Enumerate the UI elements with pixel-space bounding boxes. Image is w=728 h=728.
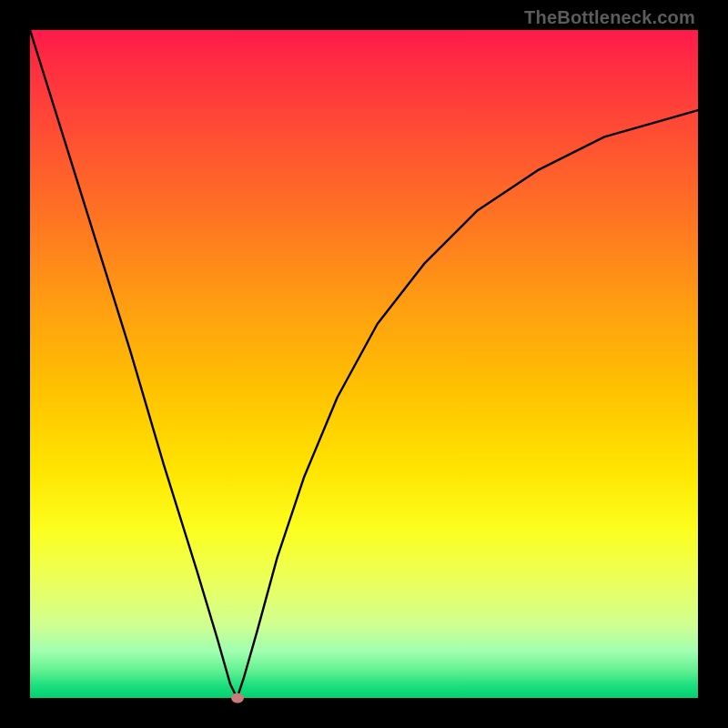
watermark: TheBottleneck.com — [524, 7, 695, 28]
chart-container: TheBottleneck.com — [0, 0, 728, 728]
plot-area — [30, 30, 698, 698]
minimum-marker — [231, 693, 244, 703]
bottleneck-curve — [30, 30, 698, 698]
